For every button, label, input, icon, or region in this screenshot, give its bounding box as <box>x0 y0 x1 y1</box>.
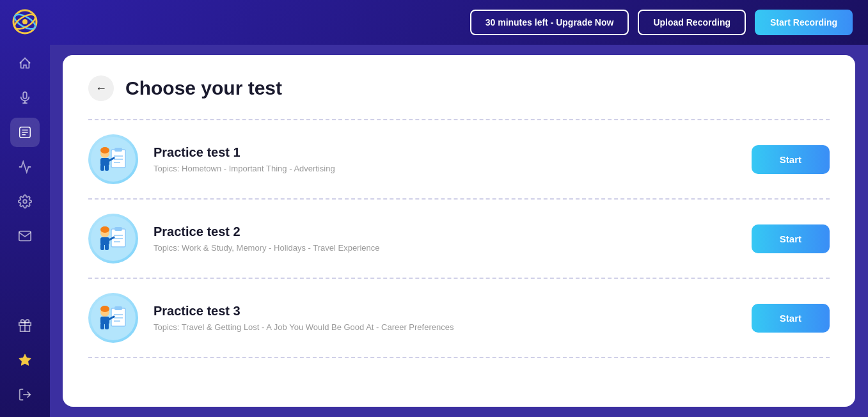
test-info-3: Practice test 3 Topics: Travel & Getting… <box>154 304 736 332</box>
back-button[interactable]: ← <box>88 75 114 101</box>
svg-point-47 <box>100 306 109 312</box>
test-info-1: Practice test 1 Topics: Hometown - Impor… <box>154 145 736 173</box>
svg-rect-49 <box>100 323 104 329</box>
sidebar-item-logout[interactable] <box>10 380 40 409</box>
svg-point-35 <box>100 226 109 233</box>
start-button-3[interactable]: Start <box>752 304 830 333</box>
test-row-1: Practice test 1 Topics: Hometown - Impor… <box>88 120 830 198</box>
svg-rect-30 <box>114 227 122 231</box>
sidebar-item-settings[interactable] <box>10 187 40 216</box>
test-avatar-2 <box>88 214 138 264</box>
start-button-1[interactable]: Start <box>752 145 830 174</box>
logo[interactable] <box>11 8 39 36</box>
sidebar-item-gift[interactable] <box>10 311 40 340</box>
upload-recording-button[interactable]: Upload Recording <box>638 10 746 35</box>
upgrade-button[interactable]: 30 minutes left - Upgrade Now <box>470 10 629 35</box>
start-button-2[interactable]: Start <box>752 224 830 253</box>
test-row-3: Practice test 3 Topics: Travel & Getting… <box>88 279 830 357</box>
sidebar-item-mail[interactable] <box>10 221 40 251</box>
sidebar <box>0 0 50 417</box>
svg-point-11 <box>23 200 27 203</box>
svg-rect-4 <box>23 92 27 98</box>
header: 30 minutes left - Upgrade Now Upload Rec… <box>50 0 868 45</box>
test-name-1: Practice test 1 <box>154 145 736 160</box>
main-content: 30 minutes left - Upgrade Now Upload Rec… <box>50 0 868 417</box>
page-title: Choose your test <box>125 77 282 99</box>
svg-point-23 <box>100 147 109 153</box>
svg-point-3 <box>22 19 28 24</box>
svg-rect-38 <box>105 244 109 250</box>
svg-rect-18 <box>114 148 122 152</box>
test-name-2: Practice test 2 <box>154 224 736 239</box>
start-recording-button[interactable]: Start Recording <box>755 10 853 35</box>
svg-marker-14 <box>19 354 31 365</box>
sidebar-item-chart[interactable] <box>10 152 40 182</box>
svg-rect-37 <box>100 244 104 250</box>
test-info-2: Practice test 2 Topics: Work & Study, Me… <box>154 224 736 253</box>
divider-3 <box>88 357 830 358</box>
svg-rect-42 <box>114 306 122 310</box>
main-card: ← Choose your test <box>63 55 855 407</box>
svg-rect-26 <box>105 164 109 171</box>
sidebar-item-bookmarks[interactable] <box>10 118 40 147</box>
page-header: ← Choose your test <box>88 75 830 101</box>
test-topics-1: Topics: Hometown - Important Thing - Adv… <box>154 164 736 173</box>
svg-rect-50 <box>105 323 109 329</box>
test-avatar-3 <box>88 293 138 343</box>
content-area: ← Choose your test <box>50 45 868 417</box>
test-topics-2: Topics: Work & Study, Memory - Holidays … <box>154 243 736 253</box>
test-list: Practice test 1 Topics: Hometown - Impor… <box>88 120 830 358</box>
svg-rect-25 <box>100 164 104 171</box>
test-avatar-1 <box>88 134 138 184</box>
sidebar-item-home[interactable] <box>10 49 40 78</box>
test-topics-3: Topics: Travel & Getting Lost - A Job Yo… <box>154 322 736 332</box>
sidebar-item-microphone[interactable] <box>10 83 40 113</box>
test-row-2: Practice test 2 Topics: Work & Study, Me… <box>88 200 830 278</box>
test-name-3: Practice test 3 <box>154 304 736 319</box>
sidebar-item-star[interactable] <box>10 345 40 375</box>
